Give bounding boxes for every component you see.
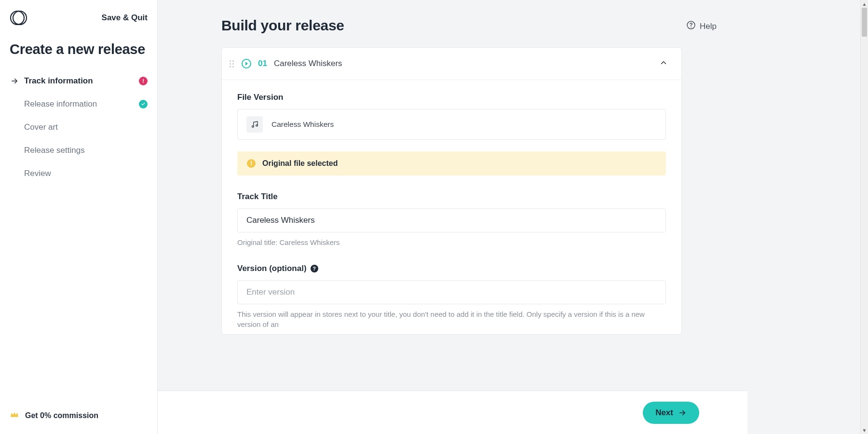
version-input[interactable] bbox=[237, 280, 666, 304]
save-and-quit-button[interactable]: Save & Quit bbox=[102, 13, 148, 23]
chevron-up-icon bbox=[659, 58, 668, 69]
commission-banner[interactable]: Get 0% commission bbox=[0, 401, 157, 434]
arrow-right-icon bbox=[678, 408, 687, 417]
file-version-box[interactable]: Careless Whiskers bbox=[237, 109, 666, 140]
track-title-helper: Original title: Careless Whiskers bbox=[237, 237, 666, 247]
scrollbar-up-icon[interactable]: ▲ bbox=[861, 0, 868, 8]
nav-label: Release information bbox=[24, 99, 97, 109]
nav-label: Cover art bbox=[24, 122, 58, 132]
logo-icon bbox=[10, 9, 28, 27]
main: Build your release Help 01 Careless Whis… bbox=[158, 0, 747, 434]
file-alert: ! Original file selected bbox=[237, 151, 666, 176]
track-card-header[interactable]: 01 Careless Whiskers bbox=[222, 48, 681, 80]
footer-bar: Next bbox=[158, 391, 747, 434]
crown-icon bbox=[10, 411, 19, 420]
next-button[interactable]: Next bbox=[643, 402, 699, 424]
file-alert-message: Original file selected bbox=[262, 159, 338, 168]
nav-item-review[interactable]: Review bbox=[7, 162, 150, 185]
track-title-field: Track Title Original title: Careless Whi… bbox=[237, 192, 666, 247]
nav-item-release-settings[interactable]: Release settings bbox=[7, 139, 150, 162]
arrow-right-icon bbox=[10, 77, 19, 85]
window-scrollbar[interactable]: ▲ ▼ bbox=[860, 0, 868, 434]
track-title-input[interactable] bbox=[237, 208, 666, 232]
nav-label: Review bbox=[24, 169, 51, 178]
commission-text: Get 0% commission bbox=[25, 411, 98, 420]
sidebar-title: Create a new release bbox=[0, 32, 157, 69]
scrollbar-down-icon[interactable]: ▼ bbox=[861, 426, 868, 434]
svg-point-4 bbox=[252, 126, 254, 128]
file-version-label: File Version bbox=[237, 93, 666, 102]
nav-item-track-information[interactable]: Track information ! bbox=[7, 69, 150, 93]
svg-point-5 bbox=[256, 124, 258, 126]
warning-icon: ! bbox=[247, 159, 256, 168]
help-button[interactable]: Help bbox=[686, 20, 717, 32]
version-label: Version (optional) bbox=[237, 264, 307, 273]
track-card: 01 Careless Whiskers File Version Carele… bbox=[221, 47, 682, 335]
track-title-label: Track Title bbox=[237, 192, 666, 202]
play-icon[interactable] bbox=[242, 59, 251, 68]
sidebar: Save & Quit Create a new release Track i… bbox=[0, 0, 158, 434]
version-field: Version (optional) ? This version will a… bbox=[237, 264, 666, 329]
sidebar-top: Save & Quit bbox=[0, 0, 157, 32]
status-ok-icon bbox=[139, 100, 148, 108]
track-number: 01 bbox=[258, 59, 267, 68]
version-helper: This version will appear in stores next … bbox=[237, 309, 666, 329]
next-label: Next bbox=[655, 408, 673, 418]
page-title: Build your release bbox=[221, 17, 344, 34]
track-card-body: File Version Careless Whiskers ! Origina… bbox=[222, 80, 681, 334]
nav-label: Track information bbox=[24, 76, 93, 86]
file-name: Careless Whiskers bbox=[271, 120, 334, 129]
app-root: Save & Quit Create a new release Track i… bbox=[0, 0, 747, 434]
info-icon[interactable]: ? bbox=[311, 265, 318, 272]
nav-item-cover-art[interactable]: Cover art bbox=[7, 116, 150, 139]
track-name: Careless Whiskers bbox=[274, 59, 342, 68]
music-note-icon bbox=[246, 116, 263, 133]
status-error-icon: ! bbox=[139, 77, 148, 85]
sidebar-nav: Track information ! Release information … bbox=[0, 69, 157, 185]
nav-label: Release settings bbox=[24, 146, 85, 155]
nav-item-release-information[interactable]: Release information bbox=[7, 93, 150, 116]
scrollbar-thumb[interactable] bbox=[862, 8, 867, 37]
svg-point-3 bbox=[691, 27, 692, 27]
help-label: Help bbox=[700, 22, 717, 31]
page-header: Build your release Help bbox=[221, 17, 717, 34]
content-scroll[interactable]: Build your release Help 01 Careless Whis… bbox=[158, 0, 747, 434]
help-icon bbox=[686, 20, 696, 32]
drag-handle-icon[interactable] bbox=[229, 59, 235, 68]
